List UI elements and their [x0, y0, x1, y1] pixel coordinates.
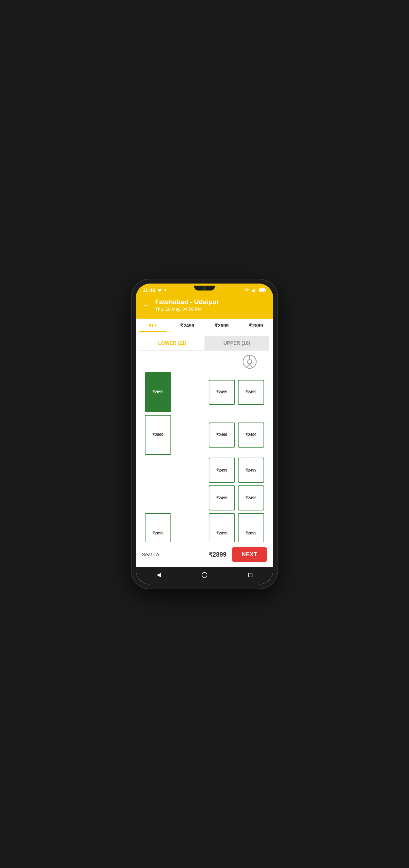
table-row: ₹2899 ₹2499 ₹2499: [145, 415, 264, 455]
svg-rect-0: [252, 290, 253, 292]
selected-seat-info: Seat LA: [142, 551, 197, 558]
recent-nav-button[interactable]: [247, 571, 254, 579]
wifi-icon: [244, 288, 250, 292]
svg-rect-5: [265, 289, 266, 291]
tab-2899[interactable]: ₹2899: [239, 319, 273, 332]
selected-price: ₹2899: [209, 551, 226, 558]
dot-icon: •: [164, 287, 166, 293]
svg-marker-12: [157, 573, 161, 577]
tab-2699[interactable]: ₹2699: [204, 319, 239, 332]
list-item[interactable]: ₹2499: [209, 485, 235, 510]
route-title: Fatehabad - Udaipur: [155, 298, 219, 306]
back-button[interactable]: ←: [143, 301, 150, 310]
svg-point-13: [202, 573, 207, 578]
driver-area: [145, 354, 264, 369]
divider: [203, 548, 203, 562]
bottom-bar: Seat LA ₹2899 NEXT: [136, 542, 273, 567]
back-nav-button[interactable]: [155, 571, 162, 579]
table-row: ₹2899 ₹2499 ₹2499: [145, 372, 264, 412]
table-row: ₹2899 ₹2899 ₹2899: [145, 513, 264, 542]
list-item[interactable]: ₹2499: [209, 458, 235, 483]
seat-LA[interactable]: ₹2899: [145, 372, 171, 412]
status-time: 11:46: [143, 287, 155, 293]
list-item[interactable]: ₹2499: [238, 380, 264, 405]
list-item[interactable]: ₹2899: [145, 513, 171, 542]
steering-wheel-icon: [242, 354, 257, 369]
list-item[interactable]: ₹2499: [238, 485, 264, 510]
list-item[interactable]: ₹2899: [209, 513, 235, 542]
seat-rows: ₹2899 ₹2499 ₹2499: [145, 372, 264, 542]
journey-date: Thu, 18 May, 04:50 PM: [155, 306, 219, 312]
gear-icon: [157, 288, 162, 293]
table-row: ₹2499 ₹2499: [145, 458, 264, 483]
svg-line-10: [247, 364, 250, 368]
status-icons: [244, 288, 266, 292]
svg-line-11: [250, 364, 252, 368]
tab-all[interactable]: ALL: [136, 319, 170, 332]
list-item[interactable]: ₹2899: [238, 513, 264, 542]
svg-rect-3: [256, 288, 256, 292]
signal-icon: [252, 288, 257, 292]
table-row: ₹2499 ₹2499: [145, 485, 264, 510]
list-item[interactable]: ₹2499: [209, 380, 235, 405]
home-nav-button[interactable]: [201, 571, 208, 579]
nav-bar: [136, 567, 273, 584]
svg-rect-2: [254, 289, 255, 292]
seat-layout: ₹2899 ₹2499 ₹2499: [140, 350, 269, 542]
svg-rect-6: [259, 289, 265, 292]
svg-point-8: [248, 360, 252, 364]
list-item[interactable]: ₹2499: [238, 423, 264, 448]
next-button[interactable]: NEXT: [232, 547, 267, 562]
battery-icon: [259, 288, 266, 292]
seat-label: Seat LA: [142, 552, 159, 557]
tab-2499[interactable]: ₹2499: [170, 319, 204, 332]
tab-lower[interactable]: LOWER (21): [140, 336, 204, 350]
svg-rect-14: [249, 573, 252, 577]
price-filter-tabs: ALL ₹2499 ₹2699 ₹2899: [136, 319, 273, 332]
header: ← Fatehabad - Udaipur Thu, 18 May, 04:50…: [136, 295, 273, 319]
list-item[interactable]: ₹2899: [145, 415, 171, 455]
list-item[interactable]: ₹2499: [238, 458, 264, 483]
svg-rect-1: [253, 289, 254, 292]
tab-upper[interactable]: UPPER (16): [204, 336, 269, 350]
berth-tabs: LOWER (21) UPPER (16): [140, 336, 269, 350]
list-item[interactable]: ₹2499: [209, 423, 235, 448]
